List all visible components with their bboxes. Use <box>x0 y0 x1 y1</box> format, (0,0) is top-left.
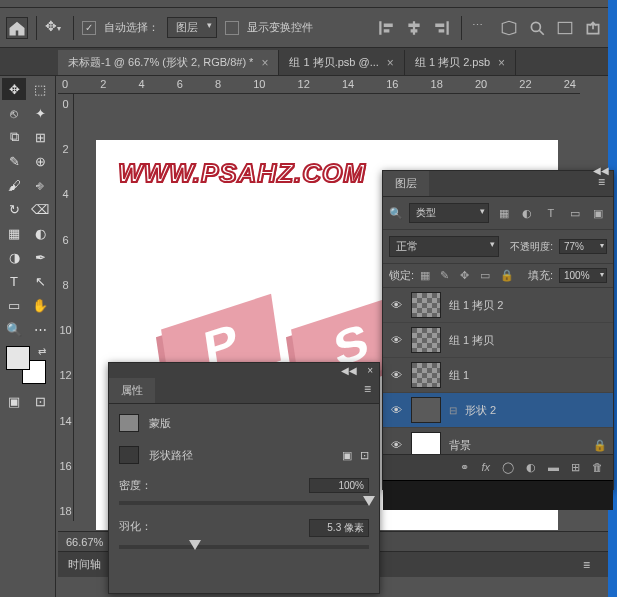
gradient-tool[interactable]: ▦ <box>2 222 26 244</box>
align-left-icon[interactable] <box>377 19 395 37</box>
layer-row[interactable]: 👁组 1 拷贝 2 <box>383 288 613 323</box>
home-icon[interactable] <box>6 17 28 39</box>
layer-thumb[interactable] <box>411 292 441 318</box>
panel-menu-icon[interactable]: ≡ <box>356 378 379 403</box>
tab-doc-2[interactable]: 组 1 拷贝.psb @...× <box>279 50 404 75</box>
layer-name[interactable]: 组 1 拷贝 2 <box>449 298 503 313</box>
lock-artboard-icon[interactable]: ▭ <box>480 269 494 283</box>
filter-adjust-icon[interactable]: ◐ <box>519 204 537 222</box>
move-tool[interactable]: ✥ <box>2 78 26 100</box>
mask-link-icon[interactable]: ⊟ <box>449 405 457 416</box>
layer-row[interactable]: 👁⊟形状 2 <box>383 393 613 428</box>
layer-thumb[interactable] <box>411 362 441 388</box>
visibility-icon[interactable]: 👁 <box>389 404 403 416</box>
lock-move-icon[interactable]: ✥ <box>460 269 474 283</box>
dodge-tool[interactable]: ◑ <box>2 246 26 268</box>
ruler-horizontal[interactable]: 024681012141618202224 <box>58 76 580 94</box>
invert-mask-icon[interactable]: ⊡ <box>360 449 369 462</box>
feather-value[interactable]: 5.3 像素 <box>309 519 369 537</box>
color-swatch[interactable]: ⇄ <box>6 346 46 384</box>
lasso-tool[interactable]: ⎋ <box>2 102 26 124</box>
shape-tool[interactable]: ▭ <box>2 294 26 316</box>
screen-mode-icon[interactable] <box>556 19 574 37</box>
move-tool-icon[interactable]: ✥▾ <box>45 18 65 38</box>
foreground-color[interactable] <box>6 346 30 370</box>
layer-name[interactable]: 背景 <box>449 438 471 453</box>
visibility-icon[interactable]: 👁 <box>389 334 403 346</box>
align-right-icon[interactable] <box>433 19 451 37</box>
tab-doc-3[interactable]: 组 1 拷贝 2.psb× <box>405 50 516 75</box>
density-value[interactable]: 100% <box>309 478 369 493</box>
filter-smart-icon[interactable]: ▣ <box>589 204 607 222</box>
opacity-value[interactable]: 77% <box>559 239 607 254</box>
close-icon[interactable]: × <box>498 56 505 70</box>
crop-tool[interactable]: ⧉ <box>2 126 26 148</box>
layers-tab[interactable]: 图层 <box>383 171 429 196</box>
layer-thumb[interactable] <box>411 327 441 353</box>
quickmask-tool[interactable]: ▣ <box>2 390 26 412</box>
mask-thumb[interactable] <box>119 414 139 432</box>
layer-row[interactable]: 👁组 1 <box>383 358 613 393</box>
visibility-icon[interactable]: 👁 <box>389 299 403 311</box>
screenmode-tool[interactable]: ⊡ <box>28 390 52 412</box>
wand-tool[interactable]: ✦ <box>28 102 52 124</box>
eraser-tool[interactable]: ⌫ <box>28 198 52 220</box>
new-layer-icon[interactable]: ⊞ <box>571 461 580 474</box>
lock-brush-icon[interactable]: ✎ <box>440 269 454 283</box>
visibility-icon[interactable]: 👁 <box>389 439 403 451</box>
visibility-icon[interactable]: 👁 <box>389 369 403 381</box>
hand-tool[interactable]: ✋ <box>28 294 52 316</box>
collapse-icon[interactable]: ◀◀ <box>593 165 609 176</box>
brush-tool[interactable]: 🖌 <box>2 174 26 196</box>
fx-icon[interactable]: fx <box>481 461 490 474</box>
delete-icon[interactable]: 🗑 <box>592 461 603 474</box>
filter-text-icon[interactable]: T <box>542 204 560 222</box>
layer-row[interactable]: 👁组 1 拷贝 <box>383 323 613 358</box>
layer-name[interactable]: 组 1 拷贝 <box>449 333 494 348</box>
more-icon[interactable]: ⋯ <box>472 19 490 37</box>
fill-value[interactable]: 100% <box>559 268 607 283</box>
shapepath-thumb[interactable] <box>119 446 139 464</box>
adjustment-icon[interactable]: ◐ <box>526 461 536 474</box>
autoselect-target-dropdown[interactable]: 图层 <box>167 17 217 38</box>
filter-shape-icon[interactable]: ▭ <box>566 204 584 222</box>
filter-pixel-icon[interactable]: ▦ <box>495 204 513 222</box>
filter-search-icon[interactable]: 🔍 <box>389 207 403 220</box>
lock-all-icon[interactable]: 🔒 <box>500 269 514 283</box>
history-brush-tool[interactable]: ↻ <box>2 198 26 220</box>
feather-slider[interactable] <box>119 545 369 549</box>
tab-doc-1[interactable]: 未标题-1 @ 66.7% (形状 2, RGB/8#) *× <box>58 50 279 75</box>
showtransform-checkbox[interactable] <box>225 21 239 35</box>
swap-colors-icon[interactable]: ⇄ <box>38 346 46 357</box>
marquee-tool[interactable]: ⬚ <box>28 78 52 100</box>
properties-tab[interactable]: 属性 <box>109 378 155 403</box>
layer-name[interactable]: 形状 2 <box>465 403 496 418</box>
filter-kind-dropdown[interactable]: 类型 <box>409 203 489 223</box>
zoom-tool[interactable]: 🔍 <box>2 318 26 340</box>
pen-tool[interactable]: ✒ <box>28 246 52 268</box>
close-icon[interactable]: × <box>261 56 268 70</box>
edit-toolbar[interactable]: ⋯ <box>28 318 52 340</box>
3d-icon[interactable] <box>500 19 518 37</box>
select-mask-icon[interactable]: ▣ <box>342 449 352 462</box>
density-slider[interactable] <box>119 501 369 505</box>
heal-tool[interactable]: ⊕ <box>28 150 52 172</box>
layer-thumb[interactable] <box>411 432 441 454</box>
ruler-vertical[interactable]: 024681012141618 <box>58 94 74 521</box>
layer-thumb[interactable] <box>411 397 441 423</box>
frame-tool[interactable]: ⊞ <box>28 126 52 148</box>
link-icon[interactable]: ⚭ <box>460 461 469 474</box>
eyedropper-tool[interactable]: ✎ <box>2 150 26 172</box>
text-tool[interactable]: T <box>2 270 26 292</box>
blend-mode-dropdown[interactable]: 正常 <box>389 236 499 257</box>
autoselect-checkbox[interactable]: ✓ <box>82 21 96 35</box>
align-center-icon[interactable] <box>405 19 423 37</box>
stamp-tool[interactable]: ⎆ <box>28 174 52 196</box>
collapse-icon[interactable]: ◀◀ <box>341 365 357 376</box>
layer-name[interactable]: 组 1 <box>449 368 469 383</box>
share-icon[interactable] <box>584 19 602 37</box>
lock-pixels-icon[interactable]: ▦ <box>420 269 434 283</box>
path-select-tool[interactable]: ↖ <box>28 270 52 292</box>
zoom-level[interactable]: 66.67% <box>66 536 103 548</box>
close-icon[interactable]: × <box>387 56 394 70</box>
